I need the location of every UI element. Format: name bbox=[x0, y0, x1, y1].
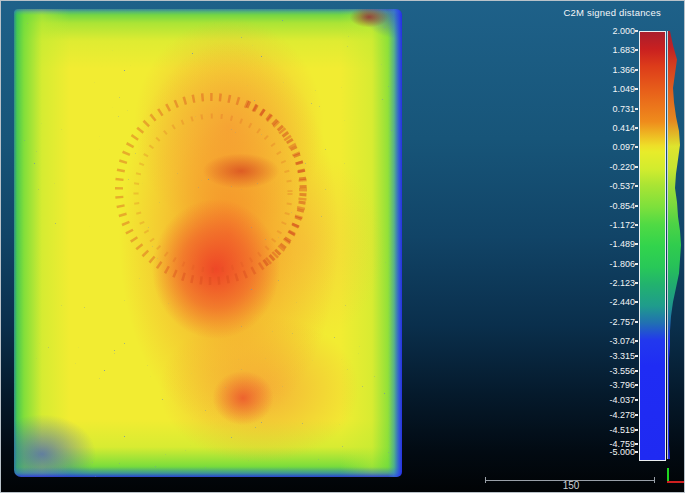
colorbar-tick-mark bbox=[635, 185, 638, 187]
colorbar-tick-label: -2.757 bbox=[609, 317, 635, 327]
colorbar-tick-label: -4.278 bbox=[609, 410, 635, 420]
colorbar-tick-label: -3.074 bbox=[609, 336, 635, 346]
colorbar-tick-mark bbox=[635, 49, 638, 51]
colorbar-tick-mark bbox=[635, 429, 638, 431]
colorbar-histogram-shape bbox=[668, 31, 681, 459]
colorbar-tick-mark bbox=[635, 30, 638, 32]
colorbar-tick-label: 1.366 bbox=[612, 65, 635, 75]
viewport-3d[interactable]: C2M signed distances bbox=[0, 0, 685, 493]
axis-gizmo-vertical-icon bbox=[667, 468, 669, 482]
heatmap-detail-overlay bbox=[14, 9, 402, 477]
colorbar-tick-mark bbox=[635, 282, 638, 284]
colorbar-tick-mark bbox=[635, 166, 638, 168]
scale-bar-left-tick bbox=[485, 477, 486, 483]
colorbar-tick-label: -4.519 bbox=[609, 425, 635, 435]
colorbar-tick-mark bbox=[635, 108, 638, 110]
colorbar-tick-label: 0.414 bbox=[612, 123, 635, 133]
colorbar-tick-label: -4.037 bbox=[609, 395, 635, 405]
colorbar-tick-mark bbox=[635, 243, 638, 245]
colorbar-tick-label: -2.440 bbox=[609, 297, 635, 307]
colorbar-tick-label: -3.556 bbox=[609, 366, 635, 376]
colorbar-tick-mark bbox=[635, 414, 638, 416]
colorbar-tick-mark bbox=[635, 301, 638, 303]
colorbar-tick-label: -1.489 bbox=[609, 239, 635, 249]
colorbar-tick-label: 1.683 bbox=[612, 45, 635, 55]
colorbar-tick-mark bbox=[635, 69, 638, 71]
colorbar-tick-label: -5.000 bbox=[609, 447, 635, 457]
colorbar-tick-label: 2.000 bbox=[612, 26, 635, 36]
colorbar-tick-mark bbox=[635, 355, 638, 357]
colorbar-tick-label: -1.172 bbox=[609, 220, 635, 230]
colorbar-tick-label: -0.220 bbox=[609, 162, 635, 172]
colorbar-tick-mark bbox=[635, 370, 638, 372]
colorbar-title: C2M signed distances bbox=[564, 7, 661, 18]
colorbar-tick-mark bbox=[635, 263, 638, 265]
colorbar-tick-label: 1.049 bbox=[612, 84, 635, 94]
colorbar-tick-label: 0.731 bbox=[612, 104, 635, 114]
axis-gizmo-horizontal-icon bbox=[667, 481, 685, 483]
colorbar-tick-mark bbox=[635, 127, 638, 129]
colorbar-tick-label: -0.854 bbox=[609, 201, 635, 211]
colorbar-tick-mark bbox=[635, 451, 638, 453]
colorbar-tick-label: -2.123 bbox=[609, 278, 635, 288]
colorbar-tick-label: -0.537 bbox=[609, 181, 635, 191]
colorbar-tick-label: 0.097 bbox=[612, 142, 635, 152]
colorbar-gradient bbox=[639, 31, 666, 461]
colorbar-tick-mark bbox=[635, 146, 638, 148]
colorbar-tick-mark bbox=[635, 399, 638, 401]
colorbar-tick-mark bbox=[635, 224, 638, 226]
colorbar-tick-label: -3.796 bbox=[609, 380, 635, 390]
colorbar-tick-mark bbox=[635, 340, 638, 342]
scale-bar-label: 150 bbox=[551, 480, 591, 491]
colorbar-tick-mark bbox=[635, 205, 638, 207]
colorbar-tick-mark bbox=[635, 88, 638, 90]
colorbar-tick-mark bbox=[635, 384, 638, 386]
colorbar-tick-mark bbox=[635, 321, 638, 323]
colorbar-tick-label: -1.806 bbox=[609, 259, 635, 269]
scale-bar-right-tick bbox=[654, 477, 655, 483]
colorbar-tick-mark bbox=[635, 443, 638, 445]
colorbar-tick-label: -3.315 bbox=[609, 351, 635, 361]
colorbar-histogram bbox=[668, 31, 684, 459]
point-cloud-heatmap[interactable] bbox=[14, 9, 402, 477]
